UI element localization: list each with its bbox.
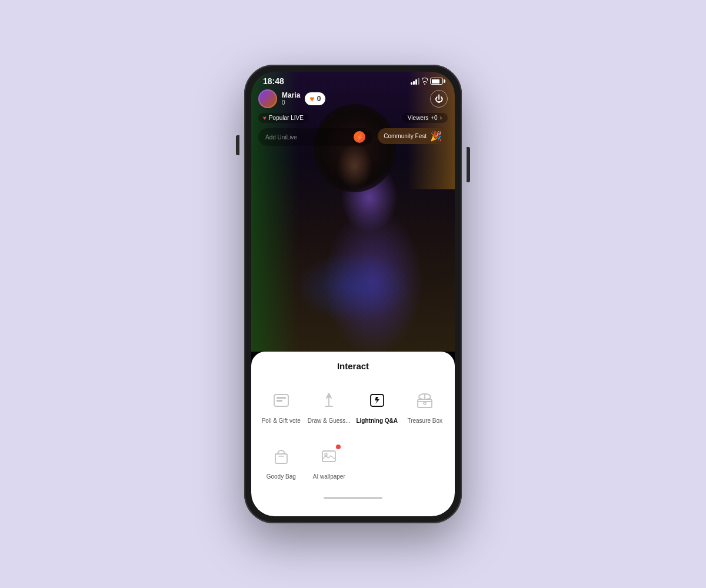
uni-emoji-icon: ⚡: [354, 131, 365, 143]
top-bar: Maria 0 ♥ 0 ⏻: [251, 86, 455, 112]
viewers-badge: Viewers +0 ›: [402, 113, 448, 123]
draw-guess-label: Draw & Guess...: [308, 417, 351, 425]
heart-icon: ♥: [309, 94, 314, 103]
community-fest-label: Community Fest: [384, 133, 427, 139]
phone-frame: 18:48: [244, 65, 462, 523]
svg-point-5: [424, 402, 426, 405]
lightning-qa-icon: [364, 387, 390, 413]
sheet-item-goody-bag[interactable]: Goody Bag: [257, 439, 305, 485]
popular-live-bar: ♥ Popular LIVE: [258, 113, 308, 123]
phone-screen: 18:48: [251, 72, 455, 516]
status-time: 18:48: [263, 76, 284, 86]
interact-sheet: Interact Poll & Gift vote: [251, 352, 455, 516]
svg-rect-7: [322, 451, 335, 462]
heart-icon-small: ♥: [263, 115, 267, 121]
sheet-item-poll-gift[interactable]: Poll & Gift vote: [257, 383, 305, 429]
poll-gift-icon: [268, 387, 294, 413]
heart-badge[interactable]: ♥ 0: [305, 92, 325, 105]
ai-wallpaper-label: AI wallpaper: [313, 473, 345, 480]
signal-icon: [411, 78, 419, 85]
status-icons: [411, 78, 443, 85]
user-name: Maria: [282, 91, 300, 99]
sheet-item-lightning-qa[interactable]: Lightning Q&A: [353, 383, 401, 429]
user-follow-count: 0: [282, 99, 300, 106]
person-face: [337, 142, 372, 189]
ai-wallpaper-icon: [316, 443, 342, 469]
sheet-item-treasure-box[interactable]: Treasure Box: [401, 383, 449, 429]
svg-rect-4: [418, 399, 432, 407]
poll-gift-label: Poll & Gift vote: [262, 417, 301, 425]
home-bar: [324, 497, 382, 499]
svg-rect-1: [277, 397, 286, 399]
notification-dot: [336, 445, 341, 449]
popular-badge: ♥ Popular LIVE: [258, 113, 308, 123]
user-name-block: Maria 0: [282, 91, 300, 106]
chevron-right-icon: ›: [440, 115, 442, 121]
home-indicator: [251, 485, 455, 499]
svg-rect-6: [275, 454, 287, 463]
sheet-title: Interact: [251, 361, 455, 371]
sheet-grid-row1: Poll & Gift vote Draw & Guess...: [251, 383, 455, 429]
status-bar: 18:48: [251, 72, 455, 88]
blue-glow: [294, 252, 412, 322]
goody-bag-icon: [268, 443, 294, 469]
sheet-item-ai-wallpaper[interactable]: AI wallpaper: [305, 439, 354, 485]
user-info[interactable]: Maria 0 ♥ 0: [258, 89, 325, 108]
lightning-qa-label: Lightning Q&A: [356, 417, 398, 425]
avatar: [258, 89, 277, 108]
viewers-bar[interactable]: Viewers +0 ›: [402, 113, 448, 123]
viewers-label: Viewers: [408, 115, 428, 121]
power-button[interactable]: ⏻: [430, 90, 448, 108]
viewers-count: +0: [431, 115, 437, 121]
treasure-box-label: Treasure Box: [407, 417, 442, 425]
popular-live-label: Popular LIVE: [269, 115, 304, 121]
draw-guess-icon: [316, 387, 342, 413]
heart-count: 0: [317, 95, 321, 103]
sheet-item-draw-guess[interactable]: Draw & Guess...: [305, 383, 354, 429]
treasure-box-icon: [412, 387, 438, 413]
community-fest-banner[interactable]: Community Fest 🎉: [378, 128, 448, 144]
uni-live-placeholder: Add UniLive: [265, 134, 297, 141]
sheet-grid-row2: Goody Bag AI wallpaper: [251, 439, 455, 485]
uni-live-input[interactable]: Add UniLive ⚡: [258, 128, 372, 146]
wifi-icon: [422, 78, 428, 85]
video-area: 18:48: [251, 72, 455, 352]
page-background: 18:48: [0, 0, 706, 588]
community-fest-emoji: 🎉: [430, 131, 442, 142]
svg-rect-2: [277, 400, 282, 402]
battery-icon: [430, 78, 443, 85]
goody-bag-label: Goody Bag: [267, 473, 296, 480]
